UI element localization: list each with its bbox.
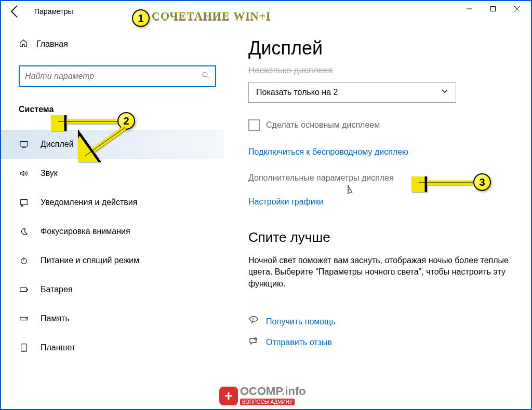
chevron-down-icon <box>441 88 448 97</box>
moon-icon <box>19 227 29 236</box>
feedback-icon <box>248 336 259 349</box>
search-input[interactable] <box>25 72 202 81</box>
arrow-left-icon <box>6 3 24 20</box>
get-help-link[interactable]: Получить помощь <box>266 317 336 326</box>
svg-text:?: ? <box>252 317 255 322</box>
sidebar-item-label: Дисплей <box>41 140 74 149</box>
sidebar-item-label: Фокусировка внимания <box>41 227 130 236</box>
maximize-button[interactable] <box>481 1 505 17</box>
tablet-icon <box>19 343 29 352</box>
sidebar-item-focus[interactable]: Фокусировка внимания <box>19 217 224 246</box>
maximize-icon <box>490 6 496 12</box>
sidebar-item-tablet[interactable]: Планшет <box>19 333 224 362</box>
sidebar-nav: Дисплей Звук Уведомления и действия Фоку… <box>19 130 224 362</box>
primary-display-checkbox[interactable] <box>248 119 260 131</box>
sidebar-item-power[interactable]: Питание и спящий режим <box>19 246 224 275</box>
graphics-settings-link[interactable]: Настройки графики <box>248 197 324 206</box>
cursor-icon <box>345 185 354 199</box>
multi-display-heading: Несколько дисплеев <box>248 65 510 76</box>
svg-point-16 <box>23 350 24 350</box>
advanced-display-link[interactable]: Дополнительные параметры дисплея <box>248 173 394 182</box>
annotation-hint: СОЧЕТАНИЕ WIN+I <box>152 9 271 23</box>
minimize-button[interactable] <box>457 1 481 17</box>
sidebar-item-label: Уведомления и действия <box>41 198 137 207</box>
sidebar-item-label: Питание и спящий режим <box>41 256 139 265</box>
sidebar: Главная Система Дисплей Звук <box>1 22 224 409</box>
svg-line-5 <box>207 76 209 78</box>
sidebar-item-display[interactable]: Дисплей <box>1 130 224 159</box>
annotation-badge-3: 3 <box>473 173 491 191</box>
monitor-icon <box>19 140 29 149</box>
notifications-icon <box>19 198 29 207</box>
home-button[interactable]: Главная <box>19 34 224 54</box>
sidebar-item-label: Память <box>41 314 70 323</box>
window-title: Параметры <box>34 7 73 16</box>
minimize-icon <box>466 6 472 12</box>
sidebar-item-label: Батарея <box>41 285 73 294</box>
back-button[interactable] <box>6 3 24 20</box>
sidebar-item-battery[interactable]: Батарея <box>19 275 224 304</box>
primary-display-checkbox-row: Сделать основным дисплеем <box>248 119 510 131</box>
window-body: Главная Система Дисплей Звук <box>1 22 531 409</box>
search-row <box>19 65 216 87</box>
close-button[interactable] <box>505 1 529 17</box>
svg-rect-12 <box>27 289 28 291</box>
select-value: Показать только на 2 <box>256 88 338 97</box>
help-icon: ? <box>248 316 259 328</box>
svg-rect-11 <box>20 288 27 291</box>
svg-point-4 <box>203 72 207 77</box>
window-controls <box>457 1 529 17</box>
watermark-plus-icon: + <box>219 387 238 405</box>
settings-window: Параметры Главная <box>0 0 532 410</box>
svg-point-14 <box>26 318 27 319</box>
svg-rect-1 <box>491 7 496 11</box>
storage-icon <box>19 314 29 323</box>
home-icon <box>19 38 28 50</box>
watermark-sub: ВОПРОСЫ АДМИНУ <box>240 399 295 405</box>
footer-links: ? Получить помощь Отправить отзыв <box>248 316 510 349</box>
sidebar-item-storage[interactable]: Память <box>19 304 224 333</box>
watermark: + OCOMP.info ВОПРОСЫ АДМИНУ <box>219 386 306 406</box>
search-box[interactable] <box>19 65 216 87</box>
annotation-badge-2: 2 <box>117 112 135 130</box>
connect-wireless-link[interactable]: Подключиться к беспроводному дисплею <box>248 147 408 156</box>
sidebar-item-notifications[interactable]: Уведомления и действия <box>19 188 224 217</box>
battery-icon <box>19 285 29 294</box>
checkbox-label: Сделать основным дисплеем <box>266 120 380 130</box>
svg-rect-6 <box>20 142 28 146</box>
annotation-badge-1: 1 <box>132 9 150 27</box>
page-title: Дисплей <box>248 37 510 59</box>
svg-rect-8 <box>21 200 28 205</box>
main-content: Дисплей Несколько дисплеев Показать толь… <box>224 22 531 409</box>
feedback-row[interactable]: Отправить отзыв <box>248 336 510 349</box>
power-icon <box>19 256 29 265</box>
multi-display-select[interactable]: Показать только на 2 <box>248 82 456 103</box>
send-feedback-link[interactable]: Отправить отзыв <box>266 338 332 347</box>
search-icon <box>202 71 210 81</box>
close-icon <box>514 6 520 12</box>
sidebar-item-label: Планшет <box>41 343 75 352</box>
sleep-better-heading: Спите лучше <box>248 229 510 245</box>
sleep-better-text: Ночной свет поможет вам заснуть, отображ… <box>248 255 510 290</box>
get-help-row[interactable]: ? Получить помощь <box>248 316 510 328</box>
sidebar-item-sound[interactable]: Звук <box>19 159 224 188</box>
speaker-icon <box>19 169 29 178</box>
home-label: Главная <box>36 39 68 49</box>
sidebar-item-label: Звук <box>41 169 58 178</box>
watermark-brand: OCOMP.info <box>240 386 306 397</box>
